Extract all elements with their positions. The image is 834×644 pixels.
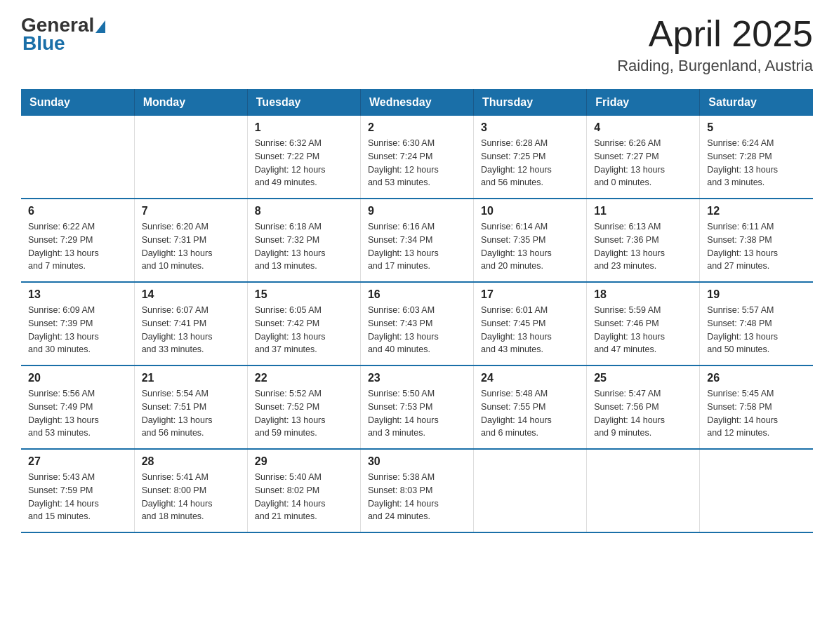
day-number: 25 (594, 372, 692, 384)
calendar-week-row: 13Sunrise: 6:09 AM Sunset: 7:39 PM Dayli… (21, 282, 813, 365)
day-info: Sunrise: 6:24 AM Sunset: 7:28 PM Dayligh… (707, 137, 806, 189)
calendar-cell: 1Sunrise: 6:32 AM Sunset: 7:22 PM Daylig… (247, 116, 360, 199)
day-number: 19 (707, 288, 806, 301)
day-number: 6 (28, 205, 127, 217)
day-number: 4 (594, 121, 692, 134)
calendar-cell: 10Sunrise: 6:14 AM Sunset: 7:35 PM Dayli… (474, 199, 587, 282)
calendar-cell: 7Sunrise: 6:20 AM Sunset: 7:31 PM Daylig… (134, 199, 247, 282)
day-number: 20 (28, 372, 127, 384)
day-number: 18 (594, 288, 692, 301)
calendar-cell: 14Sunrise: 6:07 AM Sunset: 7:41 PM Dayli… (134, 282, 247, 365)
calendar-cell: 15Sunrise: 6:05 AM Sunset: 7:42 PM Dayli… (247, 282, 360, 365)
day-info: Sunrise: 6:32 AM Sunset: 7:22 PM Dayligh… (255, 137, 353, 189)
calendar-week-row: 6Sunrise: 6:22 AM Sunset: 7:29 PM Daylig… (21, 199, 813, 282)
calendar-cell: 26Sunrise: 5:45 AM Sunset: 7:58 PM Dayli… (700, 365, 813, 449)
day-number: 23 (368, 372, 466, 384)
month-year-title: April 2025 (617, 14, 813, 54)
calendar-cell (587, 449, 700, 532)
calendar-cell: 18Sunrise: 5:59 AM Sunset: 7:46 PM Dayli… (587, 282, 700, 365)
day-info: Sunrise: 6:18 AM Sunset: 7:32 PM Dayligh… (255, 220, 353, 273)
calendar-cell: 30Sunrise: 5:38 AM Sunset: 8:03 PM Dayli… (360, 449, 473, 532)
calendar-cell: 29Sunrise: 5:40 AM Sunset: 8:02 PM Dayli… (247, 449, 360, 532)
calendar-cell: 4Sunrise: 6:26 AM Sunset: 7:27 PM Daylig… (587, 116, 700, 199)
day-number: 7 (142, 205, 240, 217)
logo: General Blue (21, 14, 107, 55)
day-number: 30 (368, 455, 466, 468)
day-info: Sunrise: 5:45 AM Sunset: 7:58 PM Dayligh… (707, 387, 806, 440)
calendar-cell (21, 116, 134, 199)
day-info: Sunrise: 6:30 AM Sunset: 7:24 PM Dayligh… (368, 137, 466, 189)
day-number: 17 (481, 288, 579, 301)
calendar-week-row: 27Sunrise: 5:43 AM Sunset: 7:59 PM Dayli… (21, 449, 813, 532)
day-info: Sunrise: 6:16 AM Sunset: 7:34 PM Dayligh… (368, 220, 466, 273)
calendar-cell: 9Sunrise: 6:16 AM Sunset: 7:34 PM Daylig… (360, 199, 473, 282)
calendar-cell: 22Sunrise: 5:52 AM Sunset: 7:52 PM Dayli… (247, 365, 360, 449)
day-number: 24 (481, 372, 579, 384)
calendar-cell: 19Sunrise: 5:57 AM Sunset: 7:48 PM Dayli… (700, 282, 813, 365)
calendar-cell: 13Sunrise: 6:09 AM Sunset: 7:39 PM Dayli… (21, 282, 134, 365)
title-block: April 2025 Raiding, Burgenland, Austria (617, 14, 813, 75)
day-number: 21 (142, 372, 240, 384)
day-info: Sunrise: 5:52 AM Sunset: 7:52 PM Dayligh… (255, 387, 353, 440)
calendar-cell (700, 449, 813, 532)
calendar-cell: 23Sunrise: 5:50 AM Sunset: 7:53 PM Dayli… (360, 365, 473, 449)
calendar-cell: 6Sunrise: 6:22 AM Sunset: 7:29 PM Daylig… (21, 199, 134, 282)
calendar-cell: 28Sunrise: 5:41 AM Sunset: 8:00 PM Dayli… (134, 449, 247, 532)
calendar-cell (474, 449, 587, 532)
day-number: 11 (594, 205, 692, 217)
calendar-cell: 3Sunrise: 6:28 AM Sunset: 7:25 PM Daylig… (474, 116, 587, 199)
day-number: 1 (255, 121, 353, 134)
col-header-friday: Friday (587, 89, 700, 116)
day-info: Sunrise: 5:43 AM Sunset: 7:59 PM Dayligh… (28, 471, 127, 523)
day-info: Sunrise: 5:56 AM Sunset: 7:49 PM Dayligh… (28, 387, 127, 440)
day-info: Sunrise: 5:59 AM Sunset: 7:46 PM Dayligh… (594, 304, 692, 356)
day-info: Sunrise: 5:50 AM Sunset: 7:53 PM Dayligh… (368, 387, 466, 440)
calendar-cell: 11Sunrise: 6:13 AM Sunset: 7:36 PM Dayli… (587, 199, 700, 282)
calendar-cell: 20Sunrise: 5:56 AM Sunset: 7:49 PM Dayli… (21, 365, 134, 449)
day-number: 5 (707, 121, 806, 134)
day-info: Sunrise: 5:48 AM Sunset: 7:55 PM Dayligh… (481, 387, 579, 440)
day-number: 28 (142, 455, 240, 468)
day-number: 13 (28, 288, 127, 301)
calendar-cell: 8Sunrise: 6:18 AM Sunset: 7:32 PM Daylig… (247, 199, 360, 282)
calendar-cell: 27Sunrise: 5:43 AM Sunset: 7:59 PM Dayli… (21, 449, 134, 532)
col-header-wednesday: Wednesday (360, 89, 473, 116)
day-info: Sunrise: 6:11 AM Sunset: 7:38 PM Dayligh… (707, 220, 806, 273)
day-info: Sunrise: 6:22 AM Sunset: 7:29 PM Dayligh… (28, 220, 127, 273)
day-info: Sunrise: 5:54 AM Sunset: 7:51 PM Dayligh… (142, 387, 240, 440)
day-number: 27 (28, 455, 127, 468)
calendar-cell: 25Sunrise: 5:47 AM Sunset: 7:56 PM Dayli… (587, 365, 700, 449)
col-header-sunday: Sunday (21, 89, 134, 116)
calendar-cell: 5Sunrise: 6:24 AM Sunset: 7:28 PM Daylig… (700, 116, 813, 199)
col-header-saturday: Saturday (700, 89, 813, 116)
day-number: 9 (368, 205, 466, 217)
day-number: 2 (368, 121, 466, 134)
day-number: 29 (255, 455, 353, 468)
day-info: Sunrise: 6:07 AM Sunset: 7:41 PM Dayligh… (142, 304, 240, 356)
day-info: Sunrise: 6:03 AM Sunset: 7:43 PM Dayligh… (368, 304, 466, 356)
day-info: Sunrise: 5:57 AM Sunset: 7:48 PM Dayligh… (707, 304, 806, 356)
calendar-week-row: 1Sunrise: 6:32 AM Sunset: 7:22 PM Daylig… (21, 116, 813, 199)
day-info: Sunrise: 6:14 AM Sunset: 7:35 PM Dayligh… (481, 220, 579, 273)
day-info: Sunrise: 5:47 AM Sunset: 7:56 PM Dayligh… (594, 387, 692, 440)
day-number: 12 (707, 205, 806, 217)
day-number: 10 (481, 205, 579, 217)
calendar-header-row: SundayMondayTuesdayWednesdayThursdayFrid… (21, 89, 813, 116)
location-subtitle: Raiding, Burgenland, Austria (617, 57, 813, 75)
day-number: 26 (707, 372, 806, 384)
day-info: Sunrise: 6:26 AM Sunset: 7:27 PM Dayligh… (594, 137, 692, 189)
calendar-table: SundayMondayTuesdayWednesdayThursdayFrid… (21, 89, 813, 533)
col-header-tuesday: Tuesday (247, 89, 360, 116)
day-info: Sunrise: 6:13 AM Sunset: 7:36 PM Dayligh… (594, 220, 692, 273)
calendar-cell: 2Sunrise: 6:30 AM Sunset: 7:24 PM Daylig… (360, 116, 473, 199)
day-number: 22 (255, 372, 353, 384)
calendar-cell: 16Sunrise: 6:03 AM Sunset: 7:43 PM Dayli… (360, 282, 473, 365)
day-info: Sunrise: 5:40 AM Sunset: 8:02 PM Dayligh… (255, 471, 353, 523)
day-number: 3 (481, 121, 579, 134)
day-info: Sunrise: 5:41 AM Sunset: 8:00 PM Dayligh… (142, 471, 240, 523)
day-number: 15 (255, 288, 353, 301)
calendar-cell: 12Sunrise: 6:11 AM Sunset: 7:38 PM Dayli… (700, 199, 813, 282)
day-info: Sunrise: 6:09 AM Sunset: 7:39 PM Dayligh… (28, 304, 127, 356)
day-number: 8 (255, 205, 353, 217)
calendar-cell: 17Sunrise: 6:01 AM Sunset: 7:45 PM Dayli… (474, 282, 587, 365)
